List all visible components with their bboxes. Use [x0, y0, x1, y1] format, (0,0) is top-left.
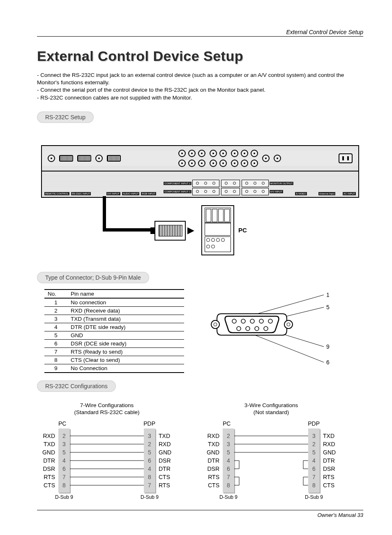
port-label: MONITOR OUTPUT	[270, 182, 294, 185]
table-row: 5GND	[44, 331, 184, 339]
port-label: AC INPUT	[343, 192, 356, 195]
pin-no: 9	[44, 364, 67, 373]
table-row: 1No connection	[44, 298, 184, 307]
pin-no: 3	[44, 315, 67, 323]
pin-name: GND	[67, 331, 184, 339]
svg-point-6	[284, 320, 293, 329]
table-row: 4DTR (DTE side ready)	[44, 323, 184, 331]
port-label: RGB INPUT	[141, 192, 156, 195]
note-item: RS-232C connection cables are not suppli…	[37, 94, 363, 102]
connector-sublabel: D-Sub 9	[137, 494, 162, 500]
pin-num-column: 3256487	[144, 428, 155, 493]
rear-panel-labels: REMOTE CONTROL RS-232C INPUT DVI INPUT A…	[41, 171, 359, 198]
jack-icon	[48, 155, 55, 162]
serial-plug-icon	[154, 221, 186, 241]
pc-label: PC	[238, 227, 247, 234]
svg-point-11	[259, 319, 263, 323]
col-header-name: Pin name	[67, 290, 184, 298]
pin-name: No Connection	[67, 364, 184, 373]
dsub-icon	[77, 155, 91, 162]
pin-num-column: 2354678	[58, 428, 70, 493]
pin-name: DSR (DCE side ready)	[67, 339, 184, 347]
config-3wire: 3-Wire Configurations (Not standard) PC …	[201, 402, 341, 498]
pin-no: 6	[44, 339, 67, 347]
pin-name: RTS (Ready to send)	[67, 347, 184, 356]
connector-sublabel: D-Sub 9	[302, 494, 326, 500]
table-row: 6DSR (DCE side ready)	[44, 339, 184, 347]
pin-name: DTR (DTE side ready)	[67, 323, 184, 331]
cable-to-pc-diagram: ▶ PC	[66, 198, 359, 264]
connector-sublabel: D-Sub 9	[216, 494, 241, 500]
port-label: Antenna Input	[318, 192, 335, 195]
jack-cluster	[210, 150, 227, 167]
pin-name: No connection	[67, 298, 184, 307]
table-row: 8CTS (Clear to send)	[44, 356, 184, 364]
svg-point-10	[250, 319, 254, 323]
pin-num-column: 2354678	[223, 428, 234, 493]
cable-icon	[103, 196, 106, 228]
table-row: 3TXD (Transmit data)	[44, 315, 184, 323]
note-item: Connect the serial port of the control d…	[37, 86, 363, 94]
rear-panel-top	[41, 145, 359, 171]
pin-no: 7	[44, 347, 67, 356]
port-label: REMOTE CONTROL	[44, 192, 69, 195]
cfg-head: PDP	[308, 420, 320, 427]
cfg-head: PDP	[143, 420, 155, 427]
svg-point-16	[264, 327, 268, 331]
svg-point-4	[211, 320, 219, 329]
pin-no: 4	[44, 323, 67, 331]
svg-point-8	[232, 319, 236, 323]
pin-callout: 9	[326, 343, 330, 350]
section-heading-config: RS-232C Configurations	[37, 380, 116, 392]
config-7wire: 7-Wire Configurations (Standard RS-232C …	[37, 402, 177, 498]
port-label: COMPONENT INPUT 2	[164, 182, 191, 185]
jack-icon	[95, 155, 103, 162]
pin-num-column: 3254678	[308, 428, 320, 493]
dsub9-connector-icon	[201, 289, 340, 371]
signal-names: TXDRXDGNDDTRDSRRTSCTS	[323, 432, 341, 489]
page-footer: Owner's Manual 33	[37, 510, 363, 518]
pin-name: CTS (Clear to send)	[67, 356, 184, 364]
cfg-title-line: (Standard RS-232C cable)	[74, 409, 139, 415]
signal-names: RXDTXDGNDDTRDSRRTSCTS	[201, 432, 219, 489]
col-header-no: No.	[44, 290, 67, 298]
pin-no: 2	[44, 306, 67, 315]
table-row: 9No Connection	[44, 364, 184, 373]
cfg-head: PC	[58, 420, 66, 427]
jack-icon	[262, 155, 270, 162]
pin-table: No. Pin name 1No connection2RXD (Receive…	[44, 289, 184, 373]
table-row: 7RTS (Ready to send)	[44, 347, 184, 356]
dsub9-connector-figure: 1 5 9 6	[201, 289, 363, 371]
section-heading-setup: RS-232C Setup	[37, 111, 94, 123]
pin-callout: 1	[326, 292, 330, 298]
pin-name: TXD (Transmit data)	[67, 315, 184, 323]
pin-callout: 6	[326, 359, 330, 366]
jack-cluster	[231, 150, 258, 167]
intro-notes: Connect the RS-232C input jack to an ext…	[37, 72, 363, 102]
connector-sublabel: D-Sub 9	[52, 494, 76, 500]
arrow-right-icon: ▶	[187, 225, 194, 236]
ac-plug-icon	[339, 153, 353, 163]
cfg-title-line: 3-Wire Configurations	[244, 402, 298, 408]
cable-icon	[103, 228, 156, 232]
dsub-icon	[107, 155, 121, 162]
rear-panel-diagram: REMOTE CONTROL RS-232C INPUT DVI INPUT A…	[41, 145, 359, 264]
port-label: COMPONENT INPUT 1	[164, 190, 191, 193]
port-label: RS-232C INPUT	[71, 192, 91, 195]
pin-no: 5	[44, 331, 67, 339]
wiring-lines	[70, 432, 144, 491]
svg-point-13	[237, 327, 241, 331]
pin-no: 1	[44, 298, 67, 307]
cfg-title-line: 7-Wire Configurations	[80, 402, 134, 408]
signal-names: RXDTXDGNDDTRDSRRTSCTS	[37, 432, 55, 489]
wiring-lines	[234, 432, 308, 491]
signal-names: TXDRXDGNDDSRDTRCTSRTS	[159, 432, 177, 489]
cfg-head: PC	[223, 420, 231, 427]
note-item: Connect the RS-232C input jack to an ext…	[37, 72, 363, 86]
jack-icon	[274, 155, 281, 162]
port-label: DVI INPUT	[106, 192, 120, 195]
running-header: External Control Device Setup	[37, 29, 363, 37]
svg-point-9	[241, 319, 245, 323]
svg-point-12	[268, 319, 272, 323]
port-label: A/V INPUT	[270, 190, 283, 193]
